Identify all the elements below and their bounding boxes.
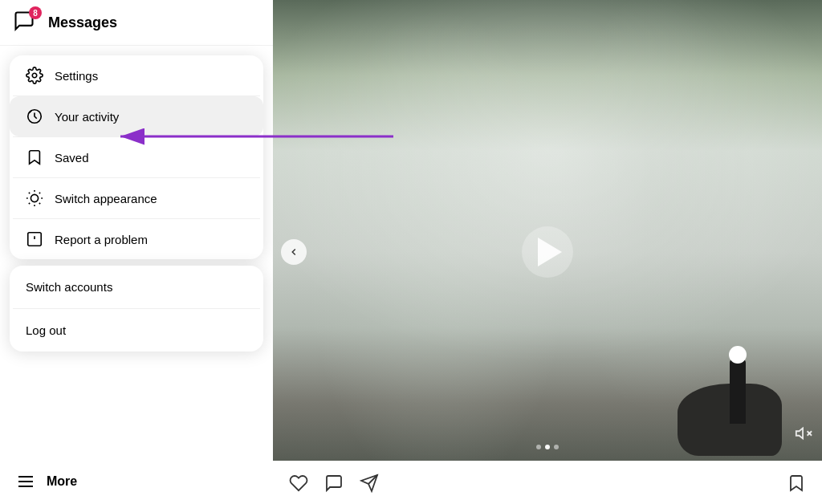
your-activity-label: Your activity (55, 110, 119, 124)
header-title: Messages (48, 14, 117, 31)
heart-icon (289, 474, 308, 493)
left-panel: 8 Messages Settings Your activity (0, 0, 273, 504)
play-triangle-icon (538, 238, 562, 266)
video-background (273, 0, 822, 504)
settings-label: Settings (55, 69, 98, 83)
more-label: More (47, 474, 77, 489)
activity-icon (26, 108, 43, 125)
report-label: Report a problem (55, 233, 148, 246)
comment-icon (324, 474, 344, 493)
menu-card: Settings Your activity Saved (10, 55, 263, 259)
dot-3 (554, 445, 559, 449)
report-icon (26, 230, 43, 248)
menu-item-your-activity[interactable]: Your activity (10, 96, 263, 136)
switch-appearance-label: Switch appearance (55, 192, 157, 205)
svg-point-0 (32, 73, 37, 78)
log-out-label: Log out (26, 323, 66, 337)
video-action-bar (273, 461, 822, 504)
save-button[interactable] (787, 474, 806, 493)
switch-accounts-item[interactable]: Switch accounts (10, 266, 263, 308)
menu-item-saved[interactable]: Saved (10, 137, 263, 177)
svg-line-9 (29, 203, 30, 204)
video-prev-button[interactable] (281, 239, 307, 265)
video-dots-indicator (536, 445, 559, 449)
share-button[interactable] (360, 474, 379, 493)
dot-1 (536, 445, 541, 449)
like-button[interactable] (289, 474, 308, 493)
share-icon (360, 474, 379, 493)
svg-point-2 (31, 194, 38, 201)
messages-icon-wrap[interactable]: 8 (13, 10, 39, 35)
menu-item-switch-appearance[interactable]: Switch appearance (10, 178, 263, 218)
person-silhouette (718, 327, 758, 424)
appearance-icon (26, 189, 43, 207)
svg-marker-19 (796, 429, 803, 439)
comment-button[interactable] (324, 474, 344, 493)
notification-badge: 8 (29, 6, 42, 19)
bottom-section: Switch accounts Log out (10, 266, 263, 352)
mute-icon (795, 425, 812, 442)
svg-line-10 (39, 193, 40, 193)
svg-line-6 (39, 203, 40, 204)
play-button[interactable] (522, 226, 573, 278)
settings-icon (26, 67, 43, 84)
saved-label: Saved (55, 151, 89, 165)
menu-item-report-problem[interactable]: Report a problem (10, 219, 263, 259)
more-footer[interactable]: More (0, 459, 273, 504)
header: 8 Messages (0, 0, 273, 46)
switch-accounts-label: Switch accounts (26, 280, 112, 294)
chevron-left-icon (288, 246, 299, 258)
saved-icon (26, 148, 43, 166)
svg-line-5 (29, 193, 30, 193)
dot-2 (545, 445, 550, 449)
hamburger-icon (16, 472, 35, 491)
mute-button[interactable] (795, 425, 812, 446)
menu-item-settings[interactable]: Settings (10, 55, 263, 96)
log-out-item[interactable]: Log out (10, 309, 263, 352)
right-panel (273, 0, 822, 504)
bookmark-icon (787, 474, 806, 493)
